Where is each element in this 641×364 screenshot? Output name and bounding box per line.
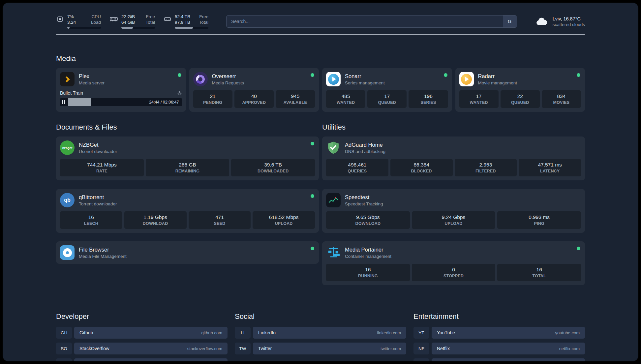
bookmark-stackoverflow[interactable]: SO StackOverflow stackoverflow.com xyxy=(56,343,228,354)
service-name: Plex xyxy=(79,73,105,79)
adguard-icon xyxy=(326,140,341,155)
memory-total-label: Total xyxy=(145,19,155,25)
stat-tile: 2,953 FILTERED xyxy=(455,159,517,176)
stat-tile: 0.993 ms PING xyxy=(497,211,581,229)
stat-tile: 196 SERIES xyxy=(409,90,448,108)
service-subtitle: Media server xyxy=(79,80,105,85)
bookmark-group-social: Social LI LinkedIn linkedin.com TW Twitt… xyxy=(235,312,406,361)
bookmark-twitter[interactable]: TW Twitter twitter.com xyxy=(235,343,406,354)
bookmark-domain: youtube.com xyxy=(555,330,580,335)
memory-progress-bar xyxy=(121,27,155,29)
stat-tile: 22 QUEUED xyxy=(501,90,540,108)
stat-tile: 471 SEED xyxy=(189,211,251,229)
overseerr-icon xyxy=(193,72,208,86)
cpu-icon xyxy=(56,15,64,23)
cpu-usage-label: CPU xyxy=(91,14,101,19)
section-title-media: Media xyxy=(56,54,585,63)
disk-free-value: 52.4 TB xyxy=(175,14,190,19)
search-provider-button[interactable]: G xyxy=(503,15,517,27)
bookmark-name: LinkedIn xyxy=(258,330,276,335)
status-dot xyxy=(311,247,314,250)
stat-tile: 47.571 ms LATENCY xyxy=(519,159,581,176)
service-card-nzbget[interactable]: nzbget NZBGet Usenet downloader 744.21 M… xyxy=(56,136,319,180)
bookmark-domain: linkedin.com xyxy=(377,330,401,335)
cloud-icon xyxy=(535,16,549,26)
stat-tile: 16 LEECH xyxy=(60,211,122,229)
header-divider xyxy=(56,34,585,35)
pause-icon xyxy=(62,100,66,104)
bookmark-abbr: TW xyxy=(235,343,251,354)
weather-location: Lviv, 16.87°C xyxy=(553,16,585,22)
dashboard: 7% CPU 3.24 Load 22 GiB Free xyxy=(3,3,638,361)
section-utilities: Utilities AdGuard Home DNS and adblockin… xyxy=(322,123,585,294)
service-card-portainer[interactable]: Media Portainer Container management 16 … xyxy=(322,241,585,285)
bookmark-youtube[interactable]: YT YouTube youtube.com xyxy=(413,327,585,339)
disk-progress-bar xyxy=(175,27,208,29)
bookmark-abbr: RE xyxy=(413,358,429,361)
stat-tile: 17 WANTED xyxy=(459,90,499,108)
radarr-icon xyxy=(459,72,474,86)
cpu-progress-bar xyxy=(67,27,101,29)
stat-tile: 1.19 Gbps DOWNLOAD xyxy=(124,211,187,229)
stat-tile: 9.24 Gbps UPLOAD xyxy=(412,211,496,229)
stat-tile: 266 GB REMAINING xyxy=(146,159,229,176)
service-card-speedtest[interactable]: Speedtest Speedtest Tracking 9.65 Gbps D… xyxy=(322,189,585,233)
stat-tile: 16 RUNNING xyxy=(326,264,410,281)
cpu-widget: 7% CPU 3.24 Load xyxy=(56,14,101,29)
stat-tile: 744.21 Mbps RATE xyxy=(60,159,144,176)
settings-gear-icon[interactable] xyxy=(177,91,182,96)
service-name: Sonarr xyxy=(345,73,385,79)
service-subtitle: Movie management xyxy=(478,80,517,85)
bookmark-abbr: YT xyxy=(413,327,429,339)
bookmark-domain: netflix.com xyxy=(559,346,580,351)
bookmark-dev[interactable]: DT DEV dev.to xyxy=(56,358,228,361)
bookmark-github[interactable]: GH Github github.com xyxy=(56,327,228,339)
bookmark-linkedin[interactable]: LI LinkedIn linkedin.com xyxy=(235,327,406,339)
service-card-adguard[interactable]: AdGuard Home DNS and adblocking 498,461 … xyxy=(322,136,585,180)
portainer-icon xyxy=(326,245,341,260)
memory-widget: 22 GiB Free 64 GiB Total xyxy=(109,14,155,29)
service-card-plex[interactable]: Plex Media server Bullet Train 24:44 / 0 xyxy=(56,68,186,112)
service-subtitle: Container management xyxy=(345,254,391,259)
section-title-entertainment: Entertainment xyxy=(413,312,585,321)
bookmark-name: YouTube xyxy=(437,330,455,335)
service-name: AdGuard Home xyxy=(345,142,385,148)
status-dot xyxy=(577,247,580,250)
bookmark-domain: stackoverflow.com xyxy=(187,346,222,351)
plex-icon xyxy=(60,72,75,86)
weather-widget: Lviv, 16.87°C scattered clouds xyxy=(535,16,585,27)
service-card-filebrowser[interactable]: File Browser Media File Management xyxy=(56,241,319,264)
service-name: NZBGet xyxy=(79,142,117,148)
service-card-overseerr[interactable]: Overseerr Media Requests 21 PENDING 40 A… xyxy=(189,68,319,112)
memory-free-label: Free xyxy=(146,14,155,19)
search-input[interactable] xyxy=(226,15,517,28)
stat-tile: 17 QUEUED xyxy=(367,90,407,108)
bookmark-group-developer: Developer GH Github github.com SO StackO… xyxy=(56,312,228,361)
bookmark-abbr: SO xyxy=(56,343,72,354)
status-dot xyxy=(311,73,314,77)
stat-tile: 0 STOPPED xyxy=(412,264,496,281)
sonarr-icon xyxy=(326,72,341,86)
memory-total-value: 64 GiB xyxy=(121,19,135,25)
stat-tile: 40 APPROVED xyxy=(234,90,274,108)
disk-total-value: 97.9 TB xyxy=(175,19,190,25)
status-dot xyxy=(311,194,314,198)
service-name: Overseerr xyxy=(212,73,244,79)
service-card-radarr[interactable]: Radarr Movie management 17 WANTED 22 QUE… xyxy=(455,68,585,112)
bookmark-name: Twitter xyxy=(258,346,272,351)
section-title-social: Social xyxy=(235,312,406,321)
bookmark-abbr: DT xyxy=(56,358,72,361)
memory-free-value: 22 GiB xyxy=(121,14,135,19)
service-name: Radarr xyxy=(478,73,517,79)
bookmark-abbr: GH xyxy=(56,327,72,339)
filebrowser-icon xyxy=(60,245,75,260)
service-name: Media Portainer xyxy=(345,247,391,253)
bookmark-name: Netflix xyxy=(437,346,450,351)
bookmark-reddit[interactable]: RE Reddit reddit.com xyxy=(413,358,585,361)
bookmark-abbr: NF xyxy=(413,343,429,354)
bookmark-netflix[interactable]: NF Netflix netflix.com xyxy=(413,343,585,354)
service-subtitle: Torrent downloader xyxy=(79,201,117,206)
now-playing-title: Bullet Train xyxy=(60,90,83,96)
service-card-sonarr[interactable]: Sonarr Series management 485 WANTED 17 Q… xyxy=(322,68,452,112)
service-card-qbittorrent[interactable]: qb qBittorrent Torrent downloader 16 LEE… xyxy=(56,189,319,233)
